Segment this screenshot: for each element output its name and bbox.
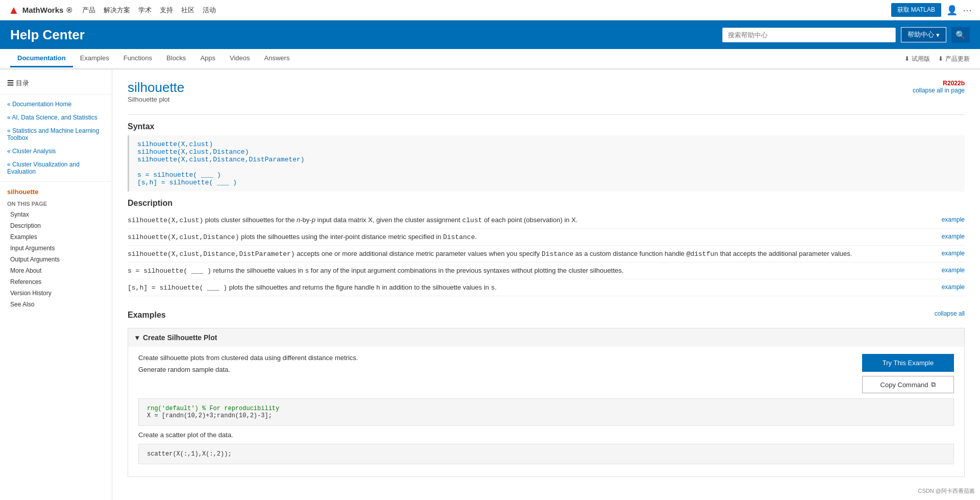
- syntax-line-2[interactable]: silhouette(X,clust,Distance): [137, 148, 249, 156]
- search-input[interactable]: [722, 28, 896, 42]
- desc-text-4: s = silhouette( ___ ) returns the silhou…: [128, 267, 942, 275]
- collapse-all-page-link[interactable]: collapse all in page: [913, 87, 965, 94]
- desc-text-5: [s,h] = silhouette( ___ ) plots the silh…: [128, 283, 942, 292]
- sidebar-current-page: silhouette: [0, 185, 112, 199]
- copy-command-button[interactable]: Copy Command ⧉: [862, 376, 954, 393]
- example-buttons: Try This Example Copy Command ⧉: [862, 354, 954, 393]
- user-icon[interactable]: 👤: [946, 5, 958, 16]
- example-code-snippet: rng('default') % For reproducibility X =…: [138, 398, 954, 426]
- scatter-code-snippet: scatter(X(:,1),X(:,2));: [138, 444, 954, 464]
- code-line-1: rng('default') % For reproducibility: [147, 405, 279, 412]
- sidebar-item-more-about[interactable]: More About: [0, 265, 112, 276]
- nav-solutions[interactable]: 解决方案: [104, 6, 130, 15]
- syntax-line-3[interactable]: silhouette(X,clust,Distance,DistParamete…: [137, 156, 305, 163]
- tab-examples[interactable]: Examples: [73, 50, 116, 67]
- desc-code-5: [s,h] = silhouette( ___ ): [128, 284, 227, 292]
- content-area: silhouette Silhouette plot R2022b collap…: [112, 69, 980, 500]
- desc-code-1: silhouette(X,clust): [128, 217, 203, 224]
- help-header-right: 帮助中心 ▾ 🔍: [722, 27, 970, 43]
- sidebar-item-see-also[interactable]: See Also: [0, 299, 112, 310]
- sidebar-item-input-args[interactable]: Input Arguments: [0, 243, 112, 254]
- sidebar-item-references[interactable]: References: [0, 276, 112, 288]
- desc-row-5: [s,h] = silhouette( ___ ) plots the silh…: [128, 279, 965, 296]
- top-nav-links: 产品 解决方案 学术 支持 社区 活动: [82, 6, 216, 15]
- sidebar-item-syntax[interactable]: Syntax: [0, 209, 112, 220]
- description-heading: Description: [128, 199, 965, 208]
- tab-answers[interactable]: Answers: [257, 50, 297, 67]
- help-center-header: Help Center 帮助中心 ▾ 🔍: [0, 20, 980, 49]
- code-line-2: X = [randn(10,2)+3;randn(10,2)-3];: [147, 412, 272, 419]
- example-item-1-body: Create silhouette plots from clustered d…: [128, 347, 964, 477]
- sidebar-breadcrumb-cluster[interactable]: « Cluster Analysis: [0, 145, 112, 158]
- mathworks-logo-icon: ▲: [8, 4, 19, 17]
- try-example-button[interactable]: Try This Example: [862, 354, 954, 372]
- sidebar: ☰ 目录 « Documentation Home « AI, Data Sci…: [0, 69, 112, 500]
- desc-example-link-2[interactable]: example: [942, 233, 965, 240]
- version-info: R2022b collapse all in page: [913, 80, 965, 94]
- tab-functions[interactable]: Functions: [116, 50, 159, 67]
- sidebar-item-description[interactable]: Description: [0, 220, 112, 231]
- get-matlab-button[interactable]: 获取 MATLAB: [891, 3, 941, 17]
- desc-code-3: silhouette(X,clust,Distance,DistParamete…: [128, 250, 295, 258]
- help-center-dropdown-button[interactable]: 帮助中心 ▾: [901, 27, 946, 42]
- sidebar-breadcrumb-ai[interactable]: « AI, Data Science, and Statistics: [0, 111, 112, 124]
- tab-documentation[interactable]: Documentation: [10, 50, 73, 67]
- desc-example-link-3[interactable]: example: [942, 250, 965, 257]
- version-badge: R2022b: [943, 80, 965, 87]
- desc-code-2: silhouette(X,clust,Distance): [128, 233, 239, 241]
- syntax-line-1[interactable]: silhouette(X,clust): [137, 140, 213, 148]
- desc-example-link-4[interactable]: example: [942, 267, 965, 274]
- page-subtitle: Silhouette plot: [128, 96, 184, 103]
- grid-icon[interactable]: ⋯: [963, 5, 972, 16]
- page-title-left: silhouette Silhouette plot: [128, 80, 184, 108]
- nav-events[interactable]: 活动: [203, 6, 216, 15]
- nav-support[interactable]: 支持: [160, 6, 173, 15]
- tab-apps[interactable]: Apps: [193, 50, 223, 67]
- tab-blocks[interactable]: Blocks: [159, 50, 193, 67]
- tab-bar: Documentation Examples Functions Blocks …: [0, 49, 980, 69]
- desc-row-2: silhouette(X,clust,Distance) plots the s…: [128, 229, 965, 246]
- tab-videos[interactable]: Videos: [223, 50, 257, 67]
- desc-row-3: silhouette(X,clust,Distance,DistParamete…: [128, 246, 965, 263]
- nav-products[interactable]: 产品: [82, 6, 95, 15]
- desc-text-2: silhouette(X,clust,Distance) plots the s…: [128, 233, 942, 241]
- desc-text-3: silhouette(X,clust,Distance,DistParamete…: [128, 250, 942, 258]
- syntax-line-4[interactable]: s = silhouette( ___ ): [137, 171, 221, 179]
- main-layout: ☰ 目录 « Documentation Home « AI, Data Sci…: [0, 69, 980, 500]
- desc-example-link-1[interactable]: example: [942, 216, 965, 223]
- sidebar-breadcrumb-doc-home[interactable]: « Documentation Home: [0, 98, 112, 111]
- desc-text-1: silhouette(X,clust) plots cluster silhou…: [128, 216, 942, 224]
- examples-heading: Examples: [128, 311, 166, 320]
- sidebar-item-examples[interactable]: Examples: [0, 231, 112, 243]
- nav-academia[interactable]: 学术: [138, 6, 152, 15]
- syntax-block: silhouette(X,clust) silhouette(X,clust,D…: [128, 135, 965, 192]
- examples-header: Examples collapse all: [128, 303, 965, 324]
- sidebar-item-output-args[interactable]: Output Arguments: [0, 254, 112, 265]
- updates-link[interactable]: ⬇ 产品更新: [938, 55, 970, 63]
- trial-link[interactable]: ⬇ 试用版: [904, 55, 930, 63]
- copy-command-label: Copy Command: [880, 381, 928, 389]
- sidebar-menu-toggle[interactable]: ☰ 目录: [0, 76, 112, 91]
- tab-bar-right: ⬇ 试用版 ⬇ 产品更新: [904, 55, 970, 63]
- tab-bar-tabs: Documentation Examples Functions Blocks …: [10, 50, 297, 67]
- desc-example-link-5[interactable]: example: [942, 283, 965, 291]
- desc-row-4: s = silhouette( ___ ) returns the silhou…: [128, 263, 965, 279]
- sidebar-item-version-history[interactable]: Version History: [0, 288, 112, 299]
- scatter-code: scatter(X(:,1),X(:,2));: [147, 450, 232, 458]
- nav-community[interactable]: 社区: [181, 6, 194, 15]
- top-navigation: ▲ MathWorks® 产品 解决方案 学术 支持 社区 活动 获取 MATL…: [0, 0, 980, 20]
- sidebar-on-this-page-label: ON THIS PAGE: [0, 199, 112, 209]
- sidebar-breadcrumb-cluster-viz[interactable]: « Cluster Visualization and Evaluation: [0, 158, 112, 178]
- collapse-all-examples-link[interactable]: collapse all: [935, 310, 965, 317]
- example-desc-2: Generate random sample data.: [138, 366, 852, 373]
- syntax-line-5[interactable]: [s,h] = silhouette( ___ ): [137, 179, 237, 186]
- scatter-description: Create a scatter plot of the data.: [138, 431, 954, 439]
- example-item-1-header[interactable]: ▾ Create Silhouette Plot: [128, 328, 964, 347]
- download-icon: ⬇: [904, 55, 910, 62]
- sidebar-breadcrumb-stats[interactable]: « Statistics and Machine Learning Toolbo…: [0, 124, 112, 145]
- mathworks-logo-text: MathWorks: [22, 6, 64, 14]
- mathworks-logo[interactable]: ▲ MathWorks®: [8, 4, 72, 17]
- desc-row-1: silhouette(X,clust) plots cluster silhou…: [128, 212, 965, 229]
- top-nav-left: ▲ MathWorks® 产品 解决方案 学术 支持 社区 活动: [8, 4, 216, 17]
- search-button[interactable]: 🔍: [951, 27, 970, 43]
